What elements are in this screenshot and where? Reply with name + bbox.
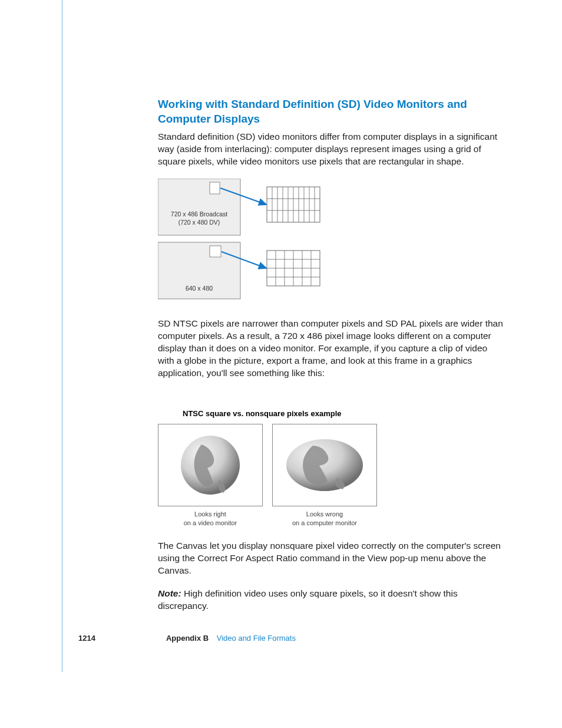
caption-line: Looks right <box>194 510 226 518</box>
page: Working with Standard Definition (SD) Vi… <box>0 0 562 728</box>
caption-line: on a computer monitor <box>292 519 357 526</box>
caption-line: on a video monitor <box>184 519 237 526</box>
note-text: High definition video uses only square p… <box>158 588 458 611</box>
section-heading: Working with Standard Definition (SD) Vi… <box>158 97 504 126</box>
svg-rect-0 <box>158 179 240 235</box>
note-label: Note: <box>158 588 181 598</box>
globe-left-column: Looks right on a video monitor <box>158 424 263 528</box>
box1-label-line2: (720 x 480 DV) <box>178 219 220 226</box>
paragraph-3: The Canvas let you display nonsquare pix… <box>158 540 504 577</box>
globe-left-caption: Looks right on a video monitor <box>158 510 263 528</box>
caption-line: Looks wrong <box>306 510 343 518</box>
globe-computer-monitor-box <box>272 424 377 506</box>
nonsquare-pixel-grid <box>267 187 320 222</box>
globe-video-monitor-box <box>158 424 263 506</box>
globe-icon <box>178 433 243 498</box>
svg-rect-1 <box>210 182 220 194</box>
page-footer: 1214 Appendix B Video and File Formats <box>78 634 296 643</box>
paragraph-note: Note: High definition video uses only sq… <box>158 588 504 612</box>
square-pixel-grid <box>267 251 320 286</box>
pixel-grid-figure: 720 x 486 Broadcast (720 x 480 DV) <box>158 179 504 302</box>
footer-appendix: Appendix B Video and File Formats <box>166 634 296 643</box>
globe-right-column: Looks wrong on a computer monitor <box>272 424 377 528</box>
figure2-title: NTSC square vs. nonsquare pixels example <box>183 409 504 418</box>
svg-rect-17 <box>210 246 221 257</box>
page-number: 1214 <box>78 634 95 643</box>
globe-figure: Looks right on a video monitor <box>158 424 504 528</box>
appendix-title: Video and File Formats <box>217 634 296 643</box>
appendix-label: Appendix B <box>166 634 209 643</box>
left-margin-rule <box>62 0 62 672</box>
box2-label: 640 x 480 <box>186 285 213 292</box>
paragraph-1: Standard definition (SD) video monitors … <box>158 131 504 168</box>
svg-point-28 <box>286 439 363 491</box>
box1-label-line1: 720 x 486 Broadcast <box>171 210 227 218</box>
content-column: Working with Standard Definition (SD) Vi… <box>158 97 504 623</box>
globe-right-caption: Looks wrong on a computer monitor <box>272 510 377 528</box>
paragraph-2: SD NTSC pixels are narrower than compute… <box>158 318 504 380</box>
globe-stretched-icon <box>280 433 369 498</box>
